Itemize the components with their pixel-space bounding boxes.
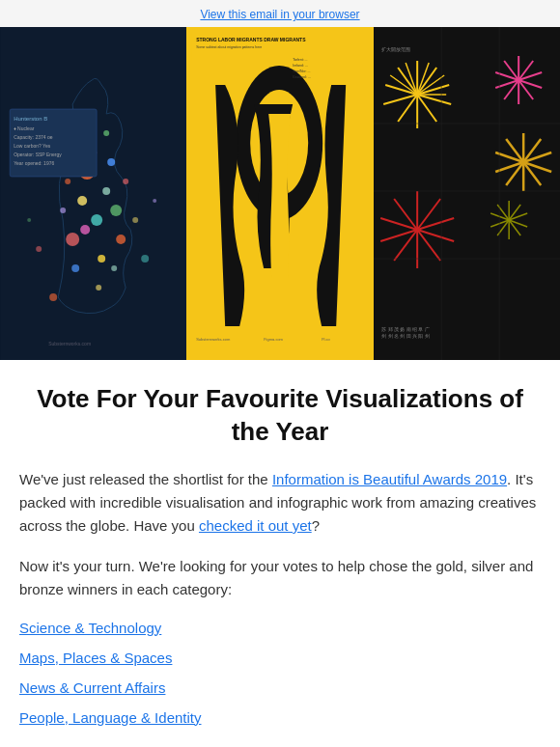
- svg-text:STRONG LABOR MIGRANTS DRAW MIG: STRONG LABOR MIGRANTS DRAW MIGRANTS: [196, 37, 306, 42]
- migrants-panel: STRONG LABOR MIGRANTS DRAW MIGRANTS Some…: [186, 27, 373, 360]
- svg-text:Hunterston B: Hunterston B: [14, 116, 47, 122]
- svg-point-15: [60, 208, 66, 213]
- svg-point-16: [103, 130, 109, 136]
- svg-rect-0: [0, 27, 186, 360]
- svg-text:Ireland: ...: Ireland: ...: [293, 64, 308, 68]
- svg-point-9: [65, 179, 70, 184]
- content-area: Vote For Your Favourite Visualizations o…: [0, 360, 560, 747]
- people-language-link[interactable]: People, Language & Identity: [19, 709, 201, 726]
- fireworks-panel: 扩大開放范围 苏 郑 茂 扬 南 绍 阜 广 州 州 名 州 田 兴 阳 州: [374, 27, 560, 360]
- svg-point-12: [96, 285, 101, 290]
- svg-text:苏 郑 茂 扬 南 绍 阜 广: 苏 郑 茂 扬 南 绍 阜 广: [381, 326, 430, 332]
- intro-text-end: ?: [312, 517, 320, 534]
- svg-text:Year opened: 1976: Year opened: 1976: [14, 160, 54, 166]
- svg-point-5: [66, 233, 79, 246]
- svg-text:Swe/Nor: ...: Swe/Nor: ...: [293, 69, 310, 73]
- svg-text:Eastland: ...: Eastland: ...: [293, 75, 311, 79]
- svg-text:Low carbon? Yes: Low carbon? Yes: [14, 143, 51, 149]
- news-current-affairs-link[interactable]: News & Current Affairs: [19, 679, 165, 696]
- svg-text:Capacity: 2374 oe: Capacity: 2374 oe: [14, 134, 53, 140]
- intro-paragraph: We've just released the shortlist for th…: [19, 468, 541, 538]
- science-technology-link[interactable]: Science & Technology: [19, 620, 161, 636]
- svg-text:扩大開放范围: 扩大開放范围: [381, 46, 410, 52]
- categories-intro-text: Now it's your turn. We're looking for yo…: [19, 555, 541, 601]
- svg-point-32: [153, 199, 156, 203]
- svg-point-31: [36, 246, 42, 252]
- list-item: People, Language & Identity: [19, 705, 541, 731]
- svg-text:Substernworks.com: Substernworks.com: [48, 341, 91, 346]
- checked-out-link[interactable]: checked it out yet: [199, 517, 312, 534]
- svg-point-2: [91, 214, 102, 226]
- svg-rect-48: [374, 27, 560, 360]
- svg-point-20: [111, 265, 117, 271]
- svg-point-8: [110, 205, 122, 216]
- intro-text-before-link: We've just released the shortlist for th…: [19, 471, 272, 487]
- list-item: Science & Technology: [19, 615, 541, 641]
- svg-point-14: [116, 235, 126, 244]
- view-browser-bar: View this email in your browser: [0, 0, 560, 27]
- svg-point-29: [132, 217, 138, 223]
- iiba-link[interactable]: Information is Beautiful Awards 2019: [272, 471, 507, 487]
- svg-point-7: [98, 255, 105, 263]
- maps-places-link[interactable]: Maps, Places & Spaces: [19, 650, 172, 666]
- svg-point-4: [102, 187, 110, 195]
- view-browser-link[interactable]: View this email in your browser: [200, 8, 359, 21]
- hero-images: Hunterston B ♦ Nuclear Capacity: 2374 oe…: [0, 27, 560, 360]
- list-item: Maps, Places & Spaces: [19, 645, 541, 671]
- category-list: Science & Technology Maps, Places & Spac…: [19, 615, 541, 731]
- svg-point-30: [141, 255, 149, 263]
- svg-point-33: [27, 218, 31, 222]
- svg-text:Substernworks.com: Substernworks.com: [196, 337, 231, 342]
- svg-point-18: [123, 179, 128, 184]
- email-container: View this email in your browser: [0, 0, 560, 747]
- svg-point-3: [77, 196, 87, 206]
- page-title: Vote For Your Favourite Visualizations o…: [19, 383, 541, 449]
- svg-text:Some subtext about migration p: Some subtext about migration patterns he…: [196, 45, 262, 49]
- svg-point-11: [80, 225, 90, 235]
- list-item: News & Current Affairs: [19, 675, 541, 701]
- svg-text:Fl.co: Fl.co: [322, 337, 330, 342]
- svg-point-19: [71, 264, 79, 272]
- svg-text:Operator: SSP Energy: Operator: SSP Energy: [14, 152, 62, 157]
- svg-text:Figma.com: Figma.com: [264, 337, 283, 342]
- svg-text:♦ Nuclear: ♦ Nuclear: [14, 125, 35, 131]
- svg-text:Tarlent: ...: Tarlent: ...: [293, 58, 307, 62]
- svg-point-28: [49, 293, 57, 301]
- map-panel: Hunterston B ♦ Nuclear Capacity: 2374 oe…: [0, 27, 186, 360]
- svg-text:州 州 名 州 田 兴 阳 州: 州 州 名 州 田 兴 阳 州: [381, 333, 430, 339]
- svg-point-10: [107, 158, 115, 166]
